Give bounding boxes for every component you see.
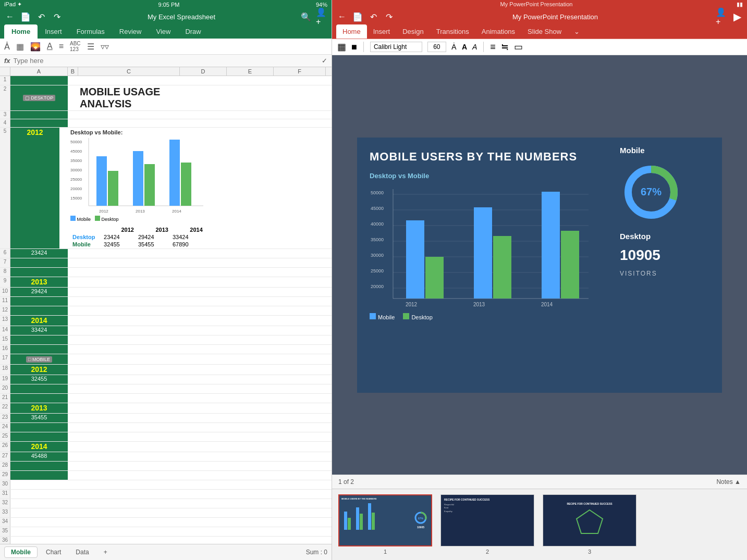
col-a-header: A	[10, 67, 68, 76]
back-icon[interactable]: ←	[4, 11, 16, 22]
formula-check[interactable]: ✓	[322, 57, 327, 65]
ppt-tab-animations[interactable]: Animations	[475, 24, 521, 39]
col-e-header: E	[227, 67, 274, 76]
slide-thumb-2[interactable]: RECIPE FOR CONTINUED SUCCESS RespectfulK…	[440, 494, 534, 546]
excel-ribbon: Ȧ ▦ 🌄 A ≡ ABC123 ☰ ▿▿	[0, 39, 332, 55]
slide-thumbnails: MOBILE USERS BY THE NUMBERS	[332, 489, 747, 560]
slide-legend-mobile: Mobile	[378, 314, 395, 320]
svg-text:30000: 30000	[371, 253, 384, 258]
svg-rect-42	[561, 231, 579, 298]
slide-title: MOBILE USERS BY THE NUMBERS	[370, 150, 599, 164]
underline-icon[interactable]: A	[47, 42, 53, 51]
sheet-tabs: Mobile Chart Data + Sum : 0	[0, 544, 332, 560]
redo-icon[interactable]: ↷	[51, 11, 63, 22]
excel-tabs: Home Insert Formulas Review View Draw	[0, 24, 332, 39]
table-row: 2 ▢ DESKTOP MOBILE USAGE ANALYSIS	[0, 85, 332, 111]
table-icon[interactable]: ☰	[87, 42, 94, 52]
excel-status-bar: iPad ✦ 9:05 PM 94%	[0, 0, 332, 9]
svg-text:2013: 2013	[473, 302, 485, 307]
add-user-icon[interactable]: 👤+	[316, 11, 327, 22]
col-b-header: B	[68, 67, 78, 76]
spreadsheet: A B C D E F 1 2 ▢ DESKTOP	[0, 67, 332, 544]
font-icon[interactable]: Ȧ	[4, 42, 10, 52]
ppt-tab-slideshow[interactable]: Slide Show	[521, 24, 568, 39]
svg-rect-12	[144, 164, 155, 206]
slide-chart-title: Desktop vs Mobile	[370, 172, 599, 180]
slide-donut-svg: 67%	[620, 161, 682, 223]
sum-display: Sum : 0	[306, 549, 327, 556]
svg-text:50000: 50000	[70, 140, 82, 144]
search-icon[interactable]: 🔍	[300, 11, 312, 22]
font-format-icon[interactable]: Ȧ	[451, 43, 457, 51]
font-size-display[interactable]: 60	[427, 42, 446, 52]
undo-icon[interactable]: ↶	[35, 11, 47, 22]
svg-rect-50	[348, 518, 351, 530]
new-file-icon[interactable]: 📄	[20, 11, 31, 22]
table-row: 25	[0, 432, 332, 442]
excel-title: My Excel Spreadsheet	[67, 13, 296, 21]
svg-text:25000: 25000	[70, 177, 82, 182]
bullet-list-icon[interactable]: ≡	[490, 42, 496, 53]
slide-visitors-label: VISITORS	[620, 270, 714, 277]
ppt-redo-icon[interactable]: ↷	[383, 11, 395, 22]
svg-marker-58	[577, 510, 603, 533]
font-name-display[interactable]: Calibri Light	[370, 42, 422, 52]
ppt-back-icon[interactable]: ←	[336, 11, 348, 22]
sheet-tab-chart[interactable]: Chart	[40, 547, 67, 557]
ppt-more-icon[interactable]: ⌄	[568, 24, 586, 39]
ppt-undo-icon[interactable]: ↶	[368, 11, 379, 22]
tab-review[interactable]: Review	[112, 24, 149, 39]
sheet-tab-mobile[interactable]: Mobile	[4, 546, 38, 558]
col-headers: A B C D E F	[0, 67, 332, 76]
ppt-grid-icon[interactable]: ■	[351, 42, 357, 53]
ppt-tab-transitions[interactable]: Transitions	[430, 24, 475, 39]
svg-rect-10	[108, 171, 118, 206]
font-bold-a-icon[interactable]: A	[462, 43, 467, 51]
table-row: 28	[0, 462, 332, 471]
paint-icon[interactable]: 🌄	[30, 42, 41, 52]
table-row: 24	[0, 423, 332, 432]
ppt-tab-design[interactable]: Design	[396, 24, 430, 39]
formula-input[interactable]	[14, 57, 319, 65]
font-italic-icon[interactable]: A	[472, 43, 477, 51]
align-icon[interactable]: ≡	[59, 42, 64, 51]
tab-insert[interactable]: Insert	[38, 24, 69, 39]
table-row: 1	[0, 76, 332, 85]
table-row: 21	[0, 394, 332, 403]
svg-text:2012: 2012	[99, 209, 108, 214]
slide-bar-chart-svg: 50000 45000 40000 35000 30000 25000 2000…	[370, 184, 599, 309]
svg-text:2013: 2013	[136, 209, 145, 214]
add-sheet-button[interactable]: +	[97, 547, 114, 557]
ppt-bottom-bar: 1 of 2 Notes ▲	[332, 475, 747, 489]
table-row: 3	[0, 111, 332, 119]
grid-icon[interactable]: ▦	[16, 42, 24, 52]
svg-text:15000: 15000	[70, 196, 82, 201]
numbered-list-icon[interactable]: ≒	[501, 41, 509, 53]
slide-thumb-1[interactable]: MOBILE USERS BY THE NUMBERS	[338, 494, 432, 546]
tab-formulas[interactable]: Formulas	[69, 24, 112, 39]
ppt-layout-icon[interactable]: ▦	[337, 41, 346, 53]
ppt-play-icon[interactable]: ▶	[731, 11, 743, 22]
slide-thumb-3[interactable]: RECIPE FOR CONTINUED SUCCESS	[543, 494, 636, 546]
table-row: 92013	[0, 277, 332, 288]
text-box-icon[interactable]: ▭	[514, 41, 523, 53]
ppt-tab-home[interactable]: Home	[336, 24, 367, 39]
ipad-status: iPad ✦	[4, 1, 22, 8]
table-row: 1029424	[0, 288, 332, 297]
ppt-add-user-icon[interactable]: 👤+	[716, 11, 727, 22]
svg-rect-41	[542, 192, 560, 298]
notes-toggle[interactable]: Notes ▲	[716, 478, 741, 486]
ppt-title-top: My PowerPoint Presentation	[500, 1, 573, 8]
svg-text:45000: 45000	[371, 206, 384, 211]
tab-view[interactable]: View	[149, 24, 178, 39]
sheet-tab-data[interactable]: Data	[69, 547, 95, 557]
table-row: 132014	[0, 316, 332, 326]
filter-icon[interactable]: ▿▿	[101, 42, 109, 52]
ppt-tab-insert[interactable]: Insert	[367, 24, 397, 39]
tab-draw[interactable]: Draw	[178, 24, 208, 39]
ppt-new-icon[interactable]: 📄	[352, 11, 363, 22]
abc-icon[interactable]: ABC123	[70, 41, 81, 52]
tab-home[interactable]: Home	[4, 24, 38, 39]
table-row: 29	[0, 471, 332, 480]
spreadsheet-body: 1 2 ▢ DESKTOP MOBILE USAGE ANALYSIS 3	[0, 76, 332, 544]
